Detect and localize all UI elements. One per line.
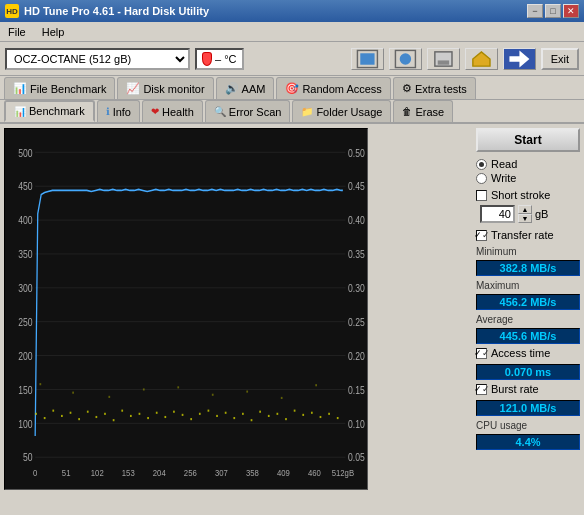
svg-rect-72 bbox=[242, 413, 244, 415]
tab-file-benchmark-label: File Benchmark bbox=[30, 83, 106, 95]
tab-random-access[interactable]: 🎯 Random Access bbox=[276, 77, 390, 99]
tab-info[interactable]: ℹ Info bbox=[97, 100, 140, 122]
svg-rect-59 bbox=[130, 415, 132, 417]
svg-text:400: 400 bbox=[18, 214, 32, 226]
svg-text:0.45: 0.45 bbox=[348, 181, 365, 193]
svg-rect-85 bbox=[72, 392, 74, 394]
stroke-input[interactable] bbox=[480, 205, 515, 223]
svg-rect-78 bbox=[294, 410, 296, 412]
chart-container: MB/s ms 500 450 400 350 bbox=[0, 124, 476, 494]
burst-rate-checkbox[interactable]: ✓ bbox=[476, 384, 487, 395]
tab-benchmark[interactable]: 📊 Benchmark bbox=[4, 100, 95, 122]
short-stroke-row[interactable]: Short stroke bbox=[476, 189, 580, 201]
window-title: HD Tune Pro 4.61 - Hard Disk Utility bbox=[24, 5, 209, 17]
transfer-rate-checkbox[interactable]: ✓ bbox=[476, 230, 487, 241]
toolbar-btn-1[interactable] bbox=[351, 48, 384, 70]
tab-disk-monitor-label: Disk monitor bbox=[143, 83, 204, 95]
svg-text:0.15: 0.15 bbox=[348, 384, 365, 396]
short-stroke-label: Short stroke bbox=[491, 189, 550, 201]
tab-aam[interactable]: 🔊 AAM bbox=[216, 77, 275, 99]
main-content: MB/s ms 500 450 400 350 bbox=[0, 124, 584, 494]
tab-row-1: 📊 File Benchmark 📈 Disk monitor 🔊 AAM 🎯 … bbox=[0, 76, 584, 100]
svg-rect-55 bbox=[96, 416, 98, 418]
stat-minimum-label: Minimum bbox=[476, 246, 580, 257]
tab-health[interactable]: ❤ Health bbox=[142, 100, 203, 122]
tab-file-benchmark[interactable]: 📊 File Benchmark bbox=[4, 77, 115, 99]
svg-rect-51 bbox=[61, 415, 63, 417]
svg-rect-58 bbox=[121, 410, 123, 412]
svg-rect-80 bbox=[311, 412, 313, 414]
svg-text:102: 102 bbox=[91, 468, 104, 479]
svg-rect-63 bbox=[164, 416, 166, 418]
tab-folder-usage-label: Folder Usage bbox=[316, 106, 382, 118]
menu-bar: File Help bbox=[0, 22, 584, 42]
tab-health-label: Health bbox=[162, 106, 194, 118]
close-button[interactable]: ✕ bbox=[563, 4, 579, 18]
svg-text:450: 450 bbox=[18, 181, 32, 193]
stat-cpu-label: CPU usage bbox=[476, 420, 580, 431]
stat-minimum-value: 382.8 MB/s bbox=[476, 260, 580, 276]
title-bar: HD HD Tune Pro 4.61 - Hard Disk Utility … bbox=[0, 0, 584, 22]
svg-text:460: 460 bbox=[308, 468, 321, 479]
toolbar: OCZ-OCTANE (512 gB) – °C Exit bbox=[0, 42, 584, 76]
exit-button[interactable]: Exit bbox=[541, 48, 579, 70]
transfer-rate-row[interactable]: ✓ Transfer rate bbox=[476, 229, 580, 241]
toolbar-btn-5[interactable] bbox=[503, 48, 536, 70]
svg-text:250: 250 bbox=[18, 316, 32, 328]
menu-file[interactable]: File bbox=[5, 25, 29, 39]
svg-rect-73 bbox=[251, 419, 253, 421]
access-time-checkbox[interactable]: ✓ bbox=[476, 348, 487, 359]
stat-maximum-value: 456.2 MB/s bbox=[476, 294, 580, 310]
tab-folder-usage[interactable]: 📁 Folder Usage bbox=[292, 100, 391, 122]
svg-rect-82 bbox=[328, 413, 330, 415]
svg-text:0.10: 0.10 bbox=[348, 418, 365, 430]
svg-rect-76 bbox=[277, 413, 279, 415]
svg-rect-67 bbox=[199, 413, 201, 415]
svg-rect-90 bbox=[246, 391, 248, 393]
chart-svg: 500 450 400 350 300 250 200 150 100 50 0… bbox=[5, 129, 367, 489]
toolbar-btn-3[interactable] bbox=[427, 48, 460, 70]
svg-rect-49 bbox=[44, 417, 46, 419]
svg-text:358: 358 bbox=[246, 468, 259, 479]
radio-write-indicator bbox=[476, 173, 487, 184]
tab-erase[interactable]: 🗑 Erase bbox=[393, 100, 453, 122]
stroke-row: ▲ ▼ gB bbox=[480, 205, 580, 223]
svg-rect-74 bbox=[259, 411, 261, 413]
menu-help[interactable]: Help bbox=[39, 25, 68, 39]
svg-text:500: 500 bbox=[18, 147, 32, 159]
toolbar-btn-4[interactable] bbox=[465, 48, 498, 70]
svg-point-3 bbox=[400, 53, 411, 64]
tab-extra-tests[interactable]: ⚙ Extra tests bbox=[393, 77, 476, 99]
svg-text:300: 300 bbox=[18, 282, 32, 294]
svg-text:350: 350 bbox=[18, 248, 32, 260]
spin-up[interactable]: ▲ bbox=[518, 205, 532, 214]
radio-write[interactable]: Write bbox=[476, 172, 580, 184]
radio-read[interactable]: Read bbox=[476, 158, 580, 170]
maximize-button[interactable]: □ bbox=[545, 4, 561, 18]
svg-text:0.05: 0.05 bbox=[348, 452, 365, 464]
burst-rate-label: Burst rate bbox=[491, 383, 539, 395]
svg-rect-61 bbox=[147, 417, 149, 419]
svg-rect-5 bbox=[438, 60, 449, 64]
svg-text:200: 200 bbox=[18, 350, 32, 362]
start-button[interactable]: Start bbox=[476, 128, 580, 152]
svg-rect-91 bbox=[281, 397, 283, 399]
toolbar-btn-2[interactable] bbox=[389, 48, 422, 70]
tab-error-scan[interactable]: 🔍 Error Scan bbox=[205, 100, 291, 122]
drive-selector[interactable]: OCZ-OCTANE (512 gB) bbox=[5, 48, 190, 70]
radio-read-label: Read bbox=[491, 158, 517, 170]
svg-text:0.35: 0.35 bbox=[348, 248, 365, 260]
svg-rect-6 bbox=[5, 129, 367, 489]
stroke-spinner: ▲ ▼ bbox=[518, 205, 532, 223]
svg-rect-83 bbox=[337, 417, 339, 419]
short-stroke-checkbox[interactable] bbox=[476, 190, 487, 201]
stroke-unit: gB bbox=[535, 208, 548, 220]
svg-text:0.25: 0.25 bbox=[348, 316, 365, 328]
burst-rate-row[interactable]: ✓ Burst rate bbox=[476, 383, 580, 395]
svg-rect-81 bbox=[320, 416, 322, 418]
minimize-button[interactable]: − bbox=[527, 4, 543, 18]
spin-down[interactable]: ▼ bbox=[518, 214, 532, 223]
tab-disk-monitor[interactable]: 📈 Disk monitor bbox=[117, 77, 213, 99]
tab-erase-label: Erase bbox=[415, 106, 444, 118]
access-time-row[interactable]: ✓ Access time bbox=[476, 347, 580, 359]
